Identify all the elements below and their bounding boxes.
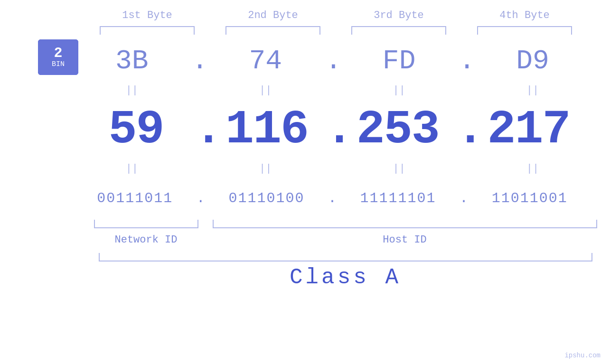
byte-labels-row: 1st Byte 2nd Byte 3rd Byte 4th Byte	[84, 9, 588, 21]
bin-val-4: 11011001	[480, 190, 580, 206]
dec-row: 59 . 116 . 253 . 217	[0, 99, 610, 160]
dec-val-3: 253	[346, 103, 450, 157]
byte-label-1: 1st Byte	[95, 9, 199, 21]
hex-val-1: 3B	[89, 46, 175, 76]
byte-label-3: 3rd Byte	[347, 9, 451, 21]
class-label: Class A	[290, 265, 401, 290]
top-bracket-2	[225, 26, 320, 35]
rows-wrapper: 16 HEX 10 DEC 2 BIN 3B . 74 . FD .	[0, 39, 610, 220]
host-id-label: Host ID	[213, 234, 597, 246]
dot-hex-2: .	[325, 46, 339, 76]
top-bracket-4	[477, 26, 572, 35]
equals-row-2: || || || ||	[81, 160, 584, 177]
eq-8: ||	[490, 163, 575, 175]
dot-bin-2: .	[325, 190, 339, 206]
hex-row: 3B . 74 . FD . D9	[0, 39, 610, 82]
hex-val-3: FD	[357, 46, 442, 76]
dot-hex-3: .	[459, 46, 473, 76]
eq-2: ||	[223, 84, 308, 96]
network-id-label: Network ID	[94, 234, 198, 246]
class-row: Class A	[94, 253, 597, 290]
hex-val-2: 74	[223, 46, 308, 76]
class-bracket	[99, 253, 592, 261]
eq-4: ||	[490, 84, 575, 96]
eq-6: ||	[223, 163, 308, 175]
eq-1: ||	[89, 84, 175, 96]
dot-bin-3: .	[457, 190, 471, 206]
bin-val-2: 01110100	[216, 190, 316, 206]
bottom-brackets	[94, 220, 597, 229]
dec-val-2: 116	[215, 103, 319, 157]
top-brackets	[84, 26, 588, 35]
host-bracket	[213, 220, 597, 228]
dot-dec-2: .	[325, 103, 339, 157]
bin-val-3: 11111101	[348, 190, 448, 206]
main-container: 1st Byte 2nd Byte 3rd Byte 4th Byte 16 H…	[0, 0, 610, 364]
eq-7: ||	[357, 163, 442, 175]
dec-val-4: 217	[476, 103, 581, 157]
dot-bin-1: .	[194, 190, 208, 206]
bin-values: 00111011 . 01110100 . 11111101 . 1101100…	[81, 190, 584, 206]
top-bracket-1	[100, 26, 195, 35]
dec-val-1: 59	[84, 103, 188, 157]
id-labels: Network ID Host ID	[94, 229, 597, 251]
equals-row-1: || || || ||	[81, 82, 584, 99]
dot-dec-1: .	[194, 103, 208, 157]
eq-3: ||	[357, 84, 442, 96]
eq-5: ||	[89, 163, 175, 175]
watermark: ipshu.com	[564, 352, 601, 359]
dec-values: 59 . 116 . 253 . 217	[81, 103, 584, 157]
byte-label-2: 2nd Byte	[221, 9, 325, 21]
byte-label-4: 4th Byte	[472, 9, 577, 21]
hex-val-4: D9	[490, 46, 575, 76]
bin-row: 00111011 . 01110100 . 11111101 . 1101100…	[0, 177, 610, 220]
hex-values: 3B . 74 . FD . D9	[81, 46, 584, 76]
dot-hex-1: .	[192, 46, 206, 76]
network-bracket	[94, 220, 198, 228]
dot-dec-3: .	[456, 103, 470, 157]
bin-val-1: 00111011	[85, 190, 185, 206]
top-bracket-3	[351, 26, 446, 35]
